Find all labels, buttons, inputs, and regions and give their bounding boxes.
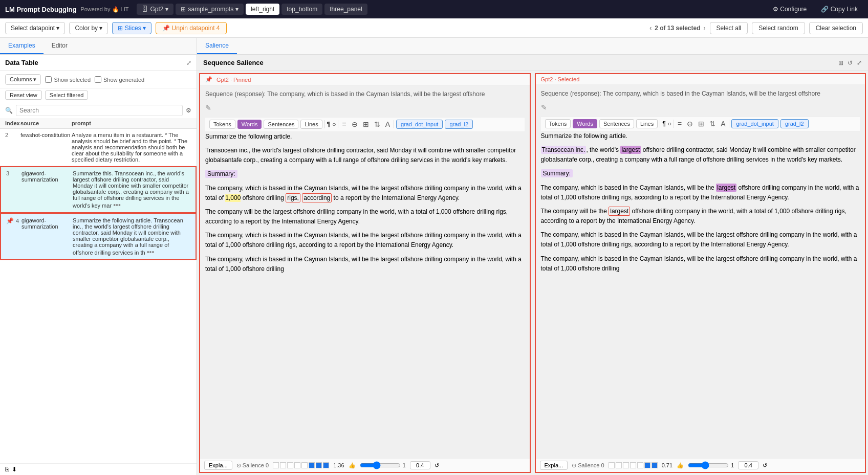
temp-slider-pinned[interactable] bbox=[360, 461, 401, 469]
method-btn-pinned[interactable]: grad_dot_input bbox=[396, 120, 443, 129]
lines-btn-selected[interactable]: Lines bbox=[636, 119, 658, 128]
panel-body-selected: Sequence (response): The company, which … bbox=[536, 85, 865, 458]
tab-editor[interactable]: Editor bbox=[44, 38, 76, 54]
grid-icon-selected[interactable]: ⊞ bbox=[697, 119, 706, 128]
panels-container: 📌 Gpt2 · Pinned Sequence (response): The… bbox=[197, 71, 868, 475]
instruction-selected: Summarize the following article. bbox=[541, 131, 860, 141]
tokens-btn-pinned[interactable]: Tokens bbox=[209, 120, 235, 129]
sbox bbox=[637, 462, 643, 468]
tab-three-panel[interactable]: three_panel bbox=[324, 4, 367, 15]
unpin-button[interactable]: 📌 Unpin datapoint 4 bbox=[156, 22, 226, 34]
temp-input-selected[interactable] bbox=[738, 461, 758, 469]
right-panel: Salience Sequence Salience ⊞ ↺ ⤢ 📌 Gpt2 … bbox=[197, 38, 868, 475]
words-btn-pinned[interactable]: Words bbox=[237, 120, 262, 129]
select-all-button[interactable]: Select all bbox=[710, 22, 748, 34]
adjust-icon-selected[interactable]: ⇅ bbox=[708, 119, 717, 128]
table-body: 2 fewshot-constitution Analyze a menu it… bbox=[0, 129, 197, 463]
salience-boxes-pinned bbox=[273, 462, 329, 468]
lines-btn-pinned[interactable]: Lines bbox=[300, 120, 322, 129]
row-prompt: Summarize this. Transocean inc., the wor… bbox=[73, 170, 190, 209]
equals-icon-selected[interactable]: = bbox=[676, 119, 683, 128]
sentences-btn-selected[interactable]: Sentences bbox=[599, 119, 634, 128]
table-row[interactable]: 2 fewshot-constitution Analyze a menu it… bbox=[0, 129, 197, 166]
tab-gpt2[interactable]: 🗄 Gpt2 ▾ bbox=[137, 4, 173, 15]
thumb-icon-selected[interactable]: 👍 bbox=[677, 462, 684, 469]
method2-btn-selected[interactable]: grad_l2 bbox=[780, 119, 809, 128]
para5-pinned: The company, which is based in the Cayma… bbox=[205, 255, 525, 274]
panel-body-pinned: Sequence (response): The company, which … bbox=[200, 85, 530, 458]
search-row: 🔍 ⚙ bbox=[0, 103, 197, 118]
toolbar: Select datapoint ▾ Color by ▾ ⊞ Slices ▾… bbox=[0, 18, 868, 38]
equals-icon-pinned[interactable]: = bbox=[340, 120, 348, 129]
select-filtered-button[interactable]: Select filtered bbox=[45, 91, 89, 100]
edit-icon-pinned[interactable]: ✎ bbox=[205, 102, 525, 114]
salience-value-pinned: 1.36 bbox=[333, 462, 344, 468]
show-generated-checkbox[interactable] bbox=[95, 76, 101, 83]
fullscreen-icon[interactable]: ⤢ bbox=[857, 59, 862, 66]
clear-selection-button[interactable]: Clear selection bbox=[809, 22, 863, 34]
selection-count: 2 of 13 selected bbox=[655, 25, 700, 32]
para3-pinned: The company will be the largest offshore… bbox=[205, 207, 525, 227]
row-source: fewshot-constitution bbox=[20, 132, 72, 138]
slices-button[interactable]: ⊞ Slices ▾ bbox=[112, 22, 151, 34]
configure-button[interactable]: ⚙ Configure bbox=[768, 4, 812, 15]
table-controls: Columns ▾ Show selected Show generated bbox=[0, 71, 197, 88]
next-arrow[interactable]: › bbox=[704, 25, 706, 32]
tab-examples[interactable]: Examples bbox=[0, 38, 44, 54]
grid-icon-pinned[interactable]: ⊞ bbox=[361, 120, 371, 129]
prev-arrow[interactable]: ‹ bbox=[649, 25, 652, 32]
row-source: gigaword-summarization bbox=[21, 170, 73, 183]
powered-by: Powered by 🔥 LIT bbox=[80, 6, 128, 13]
expand-icon[interactable]: ⤢ bbox=[186, 59, 191, 66]
copy-icon[interactable]: ⎘ bbox=[5, 466, 9, 473]
columns-button[interactable]: Columns ▾ bbox=[5, 74, 41, 85]
tokens-btn-selected[interactable]: Tokens bbox=[545, 119, 571, 128]
words-btn-selected[interactable]: Words bbox=[573, 119, 597, 128]
para4-selected: The company, which is based in the Cayma… bbox=[541, 230, 860, 250]
table-row[interactable]: 📌4 gigaword-summarization Summarize the … bbox=[0, 213, 197, 260]
tab-sample-prompts[interactable]: ⊞ sample_prompts ▾ bbox=[176, 4, 244, 15]
copy-link-button[interactable]: 🔗 Copy Link bbox=[816, 4, 863, 15]
method2-btn-pinned[interactable]: grad_l2 bbox=[445, 120, 473, 129]
text-block-pinned: Summarize the following article. Transoc… bbox=[205, 132, 525, 274]
tab-top-bottom[interactable]: top_bottom bbox=[281, 4, 322, 15]
text-icon-selected[interactable]: A bbox=[719, 119, 727, 128]
salience-boxes-selected bbox=[609, 462, 658, 468]
refresh-icon-pinned[interactable]: ↺ bbox=[435, 462, 439, 469]
show-generated-label[interactable]: Show generated bbox=[95, 76, 144, 83]
search-input[interactable] bbox=[16, 105, 183, 116]
color-by-button[interactable]: Color by ▾ bbox=[69, 22, 108, 34]
temp-control-pinned: 1 bbox=[360, 461, 406, 469]
thumb-icon-pinned[interactable]: 👍 bbox=[349, 462, 356, 469]
reset-view-button[interactable]: Reset view bbox=[5, 91, 42, 100]
tab-left-right[interactable]: left_right bbox=[246, 4, 279, 15]
minus-circle-icon-pinned[interactable]: ⊖ bbox=[350, 120, 359, 129]
refresh-icon-selected[interactable]: ↺ bbox=[763, 462, 767, 469]
table-row[interactable]: 3 gigaword-summarization Summarize this.… bbox=[0, 166, 197, 213]
show-selected-label[interactable]: Show selected bbox=[45, 76, 91, 83]
summary-selected: Summary: bbox=[541, 169, 860, 178]
method-btn-selected[interactable]: grad_dot_input bbox=[731, 119, 778, 128]
adjust-icon-pinned[interactable]: ⇅ bbox=[373, 120, 382, 129]
salience-tab[interactable]: Salience bbox=[197, 38, 237, 54]
row-index: 3 bbox=[6, 170, 21, 176]
edit-icon-selected[interactable]: ✎ bbox=[541, 102, 860, 113]
app-title: LM Prompt Debugging bbox=[5, 6, 76, 13]
refresh-icon[interactable]: ↺ bbox=[848, 59, 853, 66]
expl-btn-pinned[interactable]: Expla... bbox=[204, 461, 232, 470]
download-icon[interactable]: ⬇ bbox=[12, 466, 17, 473]
settings-icon[interactable]: ⚙ bbox=[186, 107, 191, 114]
select-datapoint-button[interactable]: Select datapoint ▾ bbox=[5, 22, 65, 34]
tab-three-panel-label: three_panel bbox=[330, 6, 362, 13]
expl-btn-selected[interactable]: Expla... bbox=[540, 461, 568, 470]
select-random-button[interactable]: Select random bbox=[752, 22, 805, 34]
temp-slider-selected[interactable] bbox=[688, 461, 729, 469]
salience-label-pinned: ⊙ Salience 0 bbox=[236, 462, 269, 469]
grid-icon[interactable]: ⊞ bbox=[838, 59, 843, 66]
temp-input-pinned[interactable] bbox=[410, 461, 430, 469]
minus-circle-icon-selected[interactable]: ⊖ bbox=[685, 119, 695, 128]
sentences-btn-pinned[interactable]: Sentences bbox=[264, 120, 298, 129]
show-selected-checkbox[interactable] bbox=[45, 76, 52, 83]
text-icon-pinned[interactable]: A bbox=[384, 120, 392, 129]
tab-left-right-label: left_right bbox=[251, 6, 274, 13]
